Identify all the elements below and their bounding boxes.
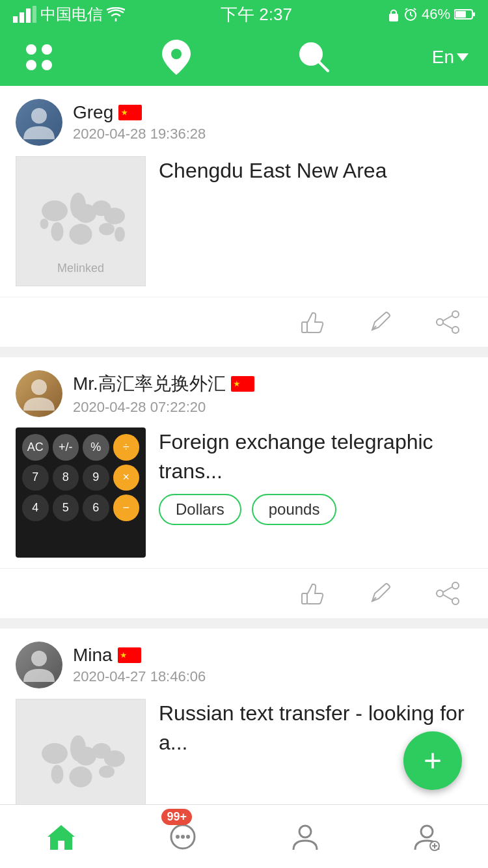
- svg-point-13: [26, 44, 36, 55]
- chat-icon: [168, 822, 198, 851]
- calc-btn: ×: [113, 465, 140, 491]
- svg-rect-32: [302, 322, 307, 332]
- svg-point-82: [186, 835, 190, 839]
- post-inline: AC +/- % ÷ 7 8 9 × 4 5 6: [16, 427, 472, 558]
- share-button[interactable]: [433, 579, 462, 608]
- avatar-silhouette: [23, 105, 55, 139]
- svg-line-37: [443, 323, 452, 329]
- svg-point-53: [104, 750, 125, 767]
- avatar[interactable]: [16, 370, 62, 417]
- language-selector[interactable]: En: [432, 47, 468, 68]
- like-button[interactable]: [298, 308, 327, 336]
- battery-percent: 46%: [422, 6, 450, 23]
- calc-btn: +/-: [53, 434, 79, 461]
- post-username: Mina: [73, 645, 472, 666]
- post-actions: [0, 297, 488, 347]
- alarm-icon: [403, 7, 418, 21]
- flag-china: [118, 647, 141, 663]
- svg-point-15: [26, 60, 36, 70]
- comment-button[interactable]: [366, 579, 394, 608]
- svg-point-20: [31, 108, 47, 124]
- post-meta: Mina 2020-04-27 18:46:06: [73, 645, 472, 685]
- svg-point-34: [452, 311, 459, 318]
- status-right: 46%: [388, 6, 475, 23]
- avatar[interactable]: [16, 642, 62, 688]
- like-button[interactable]: [298, 579, 327, 608]
- share-button[interactable]: [433, 308, 462, 336]
- tag-dollars[interactable]: Dollars: [159, 494, 241, 525]
- svg-point-84: [421, 826, 433, 837]
- svg-point-81: [181, 835, 185, 839]
- calc-btn: −: [113, 495, 140, 521]
- svg-point-55: [69, 766, 92, 787]
- calc-btn: ÷: [113, 434, 140, 461]
- svg-point-44: [437, 590, 443, 597]
- post-meta: Greg 2020-04-28 19:36:28: [73, 102, 472, 142]
- tab-profile[interactable]: [366, 805, 489, 868]
- post-username: Mr.高汇率兑换外汇: [73, 372, 472, 396]
- svg-line-7: [411, 15, 413, 16]
- avatar[interactable]: [16, 99, 62, 146]
- svg-line-45: [443, 595, 452, 600]
- tab-bar: 99+: [0, 804, 488, 868]
- post-header: Mr.高汇率兑换外汇 2020-04-28 07:22:20: [0, 357, 488, 427]
- avatar-image: [16, 99, 62, 146]
- svg-point-27: [51, 223, 63, 241]
- svg-rect-0: [13, 16, 18, 23]
- post-title: Chengdu East New Area: [159, 156, 472, 185]
- svg-point-16: [42, 60, 52, 70]
- post-tags: Dollars pounds: [159, 494, 472, 525]
- svg-line-9: [414, 8, 416, 10]
- post-username: Greg: [73, 102, 472, 123]
- svg-point-80: [176, 835, 180, 839]
- location-icon[interactable]: [157, 38, 196, 77]
- search-icon[interactable]: [295, 38, 334, 77]
- svg-line-38: [443, 316, 452, 321]
- calc-row: AC +/- % ÷: [22, 434, 139, 461]
- svg-point-36: [437, 319, 443, 325]
- post-image[interactable]: Melinked: [16, 156, 146, 286]
- comment-button[interactable]: [366, 308, 394, 336]
- share-icon: [435, 580, 461, 606]
- person-icon: [290, 822, 320, 851]
- avatar-silhouette: [23, 648, 55, 682]
- tag-pounds[interactable]: pounds: [252, 494, 337, 525]
- post-content: AC +/- % ÷ 7 8 9 × 4 5 6: [0, 427, 488, 568]
- status-bar: 中国电信 下午 2:37 46%: [0, 0, 488, 29]
- post-image[interactable]: AC +/- % ÷ 7 8 9 × 4 5 6: [16, 427, 146, 558]
- tab-home[interactable]: [0, 805, 122, 868]
- post-card: Greg 2020-04-28 19:36:28: [0, 86, 488, 347]
- svg-point-26: [104, 208, 125, 224]
- apps-dots-icon: [22, 40, 56, 74]
- svg-point-31: [40, 219, 49, 229]
- post-time: 2020-04-28 19:36:28: [73, 126, 472, 142]
- post-card: Mr.高汇率兑换外汇 2020-04-28 07:22:20 AC +/- % …: [0, 357, 488, 618]
- svg-rect-12: [473, 12, 475, 16]
- svg-point-14: [42, 44, 52, 55]
- svg-point-28: [69, 224, 92, 245]
- svg-rect-4: [389, 14, 398, 21]
- calc-btn: 9: [83, 465, 109, 491]
- pencil-icon: [367, 309, 393, 335]
- fab-button[interactable]: +: [403, 731, 462, 790]
- svg-rect-40: [302, 593, 307, 604]
- post-content: Melinked Chengdu East New Area: [0, 156, 488, 297]
- svg-rect-1: [20, 12, 24, 23]
- calc-btn: AC: [22, 434, 49, 461]
- post-text-area: Foreign exchange telegraphic trans... Do…: [159, 427, 472, 525]
- post-actions: [0, 568, 488, 618]
- share-icon: [435, 309, 461, 335]
- avatar-image: [16, 370, 62, 417]
- tab-contacts[interactable]: [244, 805, 366, 868]
- melinked-watermark: Melinked: [57, 262, 104, 275]
- avatar-image: [16, 642, 62, 688]
- svg-point-17: [171, 49, 182, 59]
- svg-rect-11: [455, 11, 466, 18]
- carrier-name: 中国电信: [40, 4, 103, 25]
- world-map-svg: [29, 722, 133, 806]
- flag-china: [118, 105, 142, 120]
- calc-btn: 8: [53, 465, 79, 491]
- tab-messages[interactable]: 99+: [122, 805, 245, 868]
- calc-row: 4 5 6 −: [22, 495, 139, 521]
- apps-icon[interactable]: [20, 38, 59, 77]
